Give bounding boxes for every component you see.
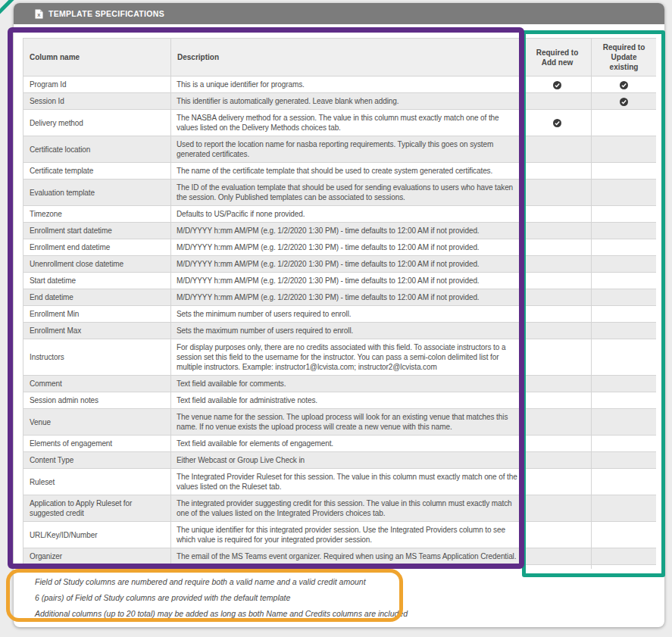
- required-add-cell: [524, 180, 592, 206]
- column-name-cell: End datetime: [23, 289, 171, 306]
- required-update-cell: [592, 339, 657, 376]
- required-update-cell: [592, 376, 657, 392]
- col-header-description: Description: [171, 39, 524, 77]
- description-cell: The NASBA delivery method for a session.…: [171, 110, 524, 136]
- description-cell: Defaults to US/Pacific if none provided.: [171, 206, 524, 223]
- notes-list: Field of Study columns are numbered and …: [21, 574, 414, 625]
- spec-table-container: Column name Description Required to Add …: [23, 38, 656, 569]
- table-row: Evaluation template The ID of the evalua…: [23, 180, 657, 206]
- required-add-cell: [524, 436, 592, 452]
- column-name-cell: Content Type: [23, 452, 171, 469]
- table-row: Session Id This identifier is automatica…: [23, 93, 657, 110]
- required-update-cell: [592, 306, 657, 323]
- table-row: Application to Apply Ruleset for suggest…: [23, 495, 657, 522]
- column-name-cell: Enrollment start datetime: [23, 223, 171, 239]
- required-add-cell: [524, 110, 592, 136]
- required-update-cell: [592, 256, 657, 273]
- required-add-cell: [524, 323, 592, 339]
- column-name-cell: Venue: [23, 409, 171, 436]
- required-update-cell: [592, 136, 657, 163]
- required-update-cell: [592, 522, 657, 548]
- description-cell: M/D/YYYY h:mm AM/PM (e.g. 1/2/2020 1:30 …: [171, 273, 524, 289]
- required-add-cell: [524, 239, 592, 256]
- table-row: Unenrollment close datetime M/D/YYYY h:m…: [23, 256, 657, 273]
- description-cell: Text field available for comments.: [171, 376, 524, 392]
- column-name-cell: Comment: [23, 376, 171, 392]
- required-update-cell: [592, 206, 657, 223]
- check-icon: [553, 81, 561, 89]
- description-cell: M/D/YYYY h:mm AM/PM (e.g. 1/2/2020 1:30 …: [171, 256, 524, 273]
- table-row: Launch Users into this application Yes, …: [23, 565, 657, 570]
- required-add-cell: [524, 409, 592, 436]
- description-cell: M/D/YYYY h:mm AM/PM (e.g. 1/2/2020 1:30 …: [171, 239, 524, 256]
- table-row: End datetime M/D/YYYY h:mm AM/PM (e.g. 1…: [23, 289, 657, 306]
- required-update-cell: [592, 452, 657, 469]
- table-row: Program Id This is a unique identifier f…: [23, 77, 657, 93]
- required-add-cell: [524, 376, 592, 392]
- description-cell: M/D/YYYY h:mm AM/PM (e.g. 1/2/2020 1:30 …: [171, 289, 524, 306]
- required-add-cell: [524, 452, 592, 469]
- column-name-cell: Application to Apply Ruleset for suggest…: [23, 495, 171, 522]
- required-update-cell: [592, 239, 657, 256]
- column-name-cell: Ruleset: [23, 469, 171, 495]
- column-name-cell: Timezone: [23, 206, 171, 223]
- required-add-cell: [524, 548, 592, 565]
- column-name-cell: URL/Key/ID/Number: [23, 522, 171, 548]
- description-cell: The unique identifier for this integrate…: [171, 522, 524, 548]
- description-cell: Sets the minimum number of users require…: [171, 306, 524, 323]
- table-row: Enrollment end datetime M/D/YYYY h:mm AM…: [23, 239, 657, 256]
- table-row: Enrollment Max Sets the maximum number o…: [23, 323, 657, 339]
- teal-corner-mark: [0, 0, 15, 15]
- required-add-cell: [524, 93, 592, 110]
- required-add-cell: [524, 469, 592, 495]
- description-cell: Used to report the location name for nas…: [171, 136, 524, 163]
- panel-title: TEMPLATE SPECIFICATIONS: [48, 9, 164, 18]
- required-add-cell: [524, 495, 592, 522]
- column-name-cell: Certificate template: [23, 163, 171, 180]
- table-row: Timezone Defaults to US/Pacific if none …: [23, 206, 657, 223]
- description-cell: Text field available for administrative …: [171, 392, 524, 409]
- check-icon: [553, 119, 561, 127]
- table-row: Content Type Either Webcast or Group Liv…: [23, 452, 657, 469]
- column-name-cell: Launch Users into this application: [23, 565, 171, 570]
- required-add-cell: [524, 289, 592, 306]
- column-name-cell: Delivery method: [23, 110, 171, 136]
- required-add-cell: [524, 565, 592, 570]
- table-row: Venue The venue name for the session. Th…: [23, 409, 657, 436]
- spec-table: Column name Description Required to Add …: [23, 38, 656, 569]
- column-name-cell: Evaluation template: [23, 180, 171, 206]
- required-add-cell: [524, 206, 592, 223]
- required-update-cell: [592, 289, 657, 306]
- required-add-cell: [524, 306, 592, 323]
- note-line: Additional columns (up to 20 total) may …: [35, 609, 414, 619]
- required-update-cell: [592, 163, 657, 180]
- column-name-cell: Enrollment Max: [23, 323, 171, 339]
- table-row: Organizer The email of the MS Teams even…: [23, 548, 657, 565]
- column-name-cell: Start datetime: [23, 273, 171, 289]
- column-name-cell: Instructors: [23, 339, 171, 376]
- table-row: Enrollment start datetime M/D/YYYY h:mm …: [23, 223, 657, 239]
- description-cell: This is a unique identifier for programs…: [171, 77, 524, 93]
- required-add-cell: [524, 163, 592, 180]
- table-row: Certificate location Used to report the …: [23, 136, 657, 163]
- required-add-cell: [524, 136, 592, 163]
- spreadsheet-file-icon: x: [35, 9, 43, 19]
- description-cell: For display purposes only, there are no …: [171, 339, 524, 376]
- required-update-cell: [592, 93, 657, 110]
- column-name-cell: Program Id: [23, 77, 171, 93]
- required-add-cell: [524, 522, 592, 548]
- description-cell: The venue name for the session. The uplo…: [171, 409, 524, 436]
- required-update-cell: [592, 469, 657, 495]
- required-add-cell: [524, 273, 592, 289]
- panel-header: x TEMPLATE SPECIFICATIONS: [14, 3, 664, 24]
- description-cell: Yes, No (if no, Alternate Launch URL is …: [171, 565, 524, 570]
- required-update-cell: [592, 436, 657, 452]
- table-row: Instructors For display purposes only, t…: [23, 339, 657, 376]
- column-name-cell: Enrollment end datetime: [23, 239, 171, 256]
- required-add-cell: [524, 339, 592, 376]
- col-header-required-update: Required to Update existing: [592, 39, 657, 77]
- required-update-cell: [592, 548, 657, 565]
- required-update-cell: [592, 409, 657, 436]
- table-row: Certificate template The name of the cer…: [23, 163, 657, 180]
- column-name-cell: Organizer: [23, 548, 171, 565]
